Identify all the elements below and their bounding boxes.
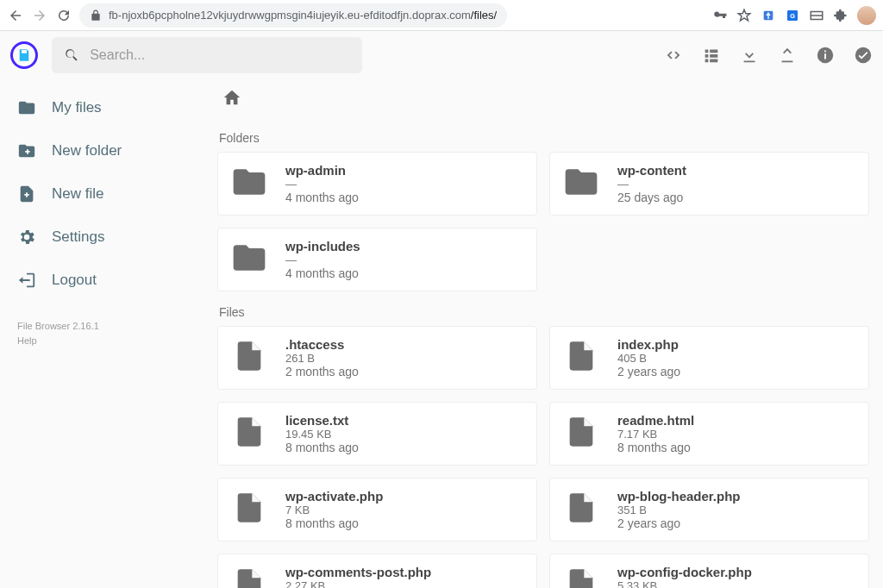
item-name: readme.html (617, 413, 694, 428)
sidebar-item-logout[interactable]: Logout (0, 259, 217, 302)
item-time: 8 months ago (617, 441, 694, 454)
item-name: license.txt (285, 413, 359, 428)
select-all-icon[interactable] (854, 46, 873, 65)
file-card[interactable]: index.php405 B2 years ago (549, 326, 869, 390)
sidebar-item-label: Settings (52, 228, 104, 246)
breadcrumb (217, 79, 869, 117)
item-name: wp-admin (285, 163, 359, 178)
folder-card[interactable]: wp-content—25 days ago (549, 152, 869, 216)
file-card[interactable]: wp-config-docker.php5.33 KB2 months ago (549, 554, 869, 588)
search-box[interactable] (52, 37, 362, 73)
app-header (0, 31, 883, 79)
view-list-icon[interactable] (702, 46, 721, 65)
item-time: 4 months ago (285, 266, 360, 280)
item-size: 351 B (617, 504, 741, 516)
toggle-shell-icon[interactable] (664, 46, 683, 65)
item-size: — (617, 178, 686, 191)
download-icon[interactable] (740, 46, 759, 65)
search-icon (64, 47, 79, 64)
item-size: 7 KB (285, 504, 383, 516)
forward-button[interactable] (31, 7, 48, 24)
folder-card[interactable]: wp-admin—4 months ago (217, 152, 537, 216)
item-size: 405 B (617, 352, 680, 365)
file-icon (230, 413, 268, 451)
extensions-icon[interactable] (833, 8, 849, 23)
app-version: File Browser 2.16.1 (17, 319, 200, 334)
url-bar[interactable]: fb-njoxb6pcpholne12vkjuydrwwgpmsgin4iuje… (79, 3, 507, 28)
file-icon (562, 565, 600, 588)
item-time: 8 months ago (285, 441, 359, 454)
item-time: 2 years ago (617, 365, 680, 378)
file-card[interactable]: wp-blog-header.php351 B2 years ago (549, 478, 869, 541)
reload-button[interactable] (55, 7, 72, 24)
svg-rect-4 (824, 53, 826, 59)
folder-icon (562, 163, 600, 201)
folders-header: Folders (217, 117, 869, 152)
lock-icon (90, 9, 102, 22)
folder-icon (230, 239, 268, 277)
svg-point-6 (855, 47, 871, 63)
star-icon[interactable] (736, 8, 752, 23)
upload-icon[interactable] (778, 46, 797, 65)
item-time: 25 days ago (617, 191, 686, 204)
sidebar-item-label: Logout (52, 272, 97, 289)
sidebar-item-newfile[interactable]: New file (0, 172, 217, 216)
item-size: 2.27 KB (285, 579, 431, 588)
item-time: 2 years ago (617, 516, 741, 530)
extension-icon-2[interactable]: G (785, 8, 800, 23)
file-icon (562, 337, 600, 375)
help-link[interactable]: Help (17, 334, 200, 348)
item-name: wp-blog-header.php (617, 489, 741, 504)
key-icon[interactable] (712, 8, 728, 23)
home-icon[interactable] (222, 88, 869, 107)
item-size: 5.33 KB (617, 579, 752, 588)
file-icon (230, 337, 268, 375)
file-icon (562, 413, 600, 451)
logout-icon (17, 271, 36, 290)
sidebar-footer: File Browser 2.16.1 Help (0, 302, 217, 365)
file-icon (230, 489, 268, 527)
sidebar-item-settings[interactable]: Settings (0, 216, 217, 259)
sidebar-item-label: My files (52, 99, 102, 116)
folder-icon (230, 163, 268, 201)
item-name: wp-includes (285, 239, 360, 253)
back-button[interactable] (7, 7, 24, 24)
file-card[interactable]: readme.html7.17 KB8 months ago (549, 402, 869, 466)
sidebar-item-myfiles[interactable]: My files (0, 86, 217, 129)
files-header: Files (217, 291, 869, 326)
browser-actions: G (712, 6, 876, 25)
item-name: wp-activate.php (285, 489, 383, 504)
file-card[interactable]: wp-comments-post.php2.27 KB7 months ago (217, 554, 537, 588)
new-folder-icon (17, 141, 36, 160)
item-time: 4 months ago (285, 191, 359, 204)
save-icon (16, 47, 32, 63)
item-size: — (285, 253, 360, 266)
folder-icon (17, 98, 36, 117)
item-name: wp-content (617, 163, 686, 178)
info-icon[interactable] (816, 46, 835, 65)
app-logo[interactable] (10, 41, 38, 69)
svg-rect-5 (824, 51, 826, 53)
file-card[interactable]: wp-activate.php7 KB8 months ago (217, 478, 537, 541)
sidebar-item-newfolder[interactable]: New folder (0, 129, 217, 172)
extension-icon-3[interactable] (809, 8, 824, 23)
file-icon (230, 565, 268, 588)
new-file-icon (17, 185, 36, 203)
extension-icon-1[interactable] (761, 8, 776, 23)
file-card[interactable]: license.txt19.45 KB8 months ago (217, 402, 537, 466)
file-card[interactable]: .htaccess261 B2 months ago (217, 326, 537, 390)
file-icon (562, 489, 600, 527)
settings-icon (17, 228, 36, 247)
item-name: index.php (617, 337, 680, 352)
search-input[interactable] (90, 47, 350, 63)
item-size: 261 B (285, 352, 359, 365)
item-time: 2 months ago (285, 365, 359, 378)
item-size: — (285, 178, 359, 191)
item-size: 19.45 KB (285, 428, 359, 441)
item-name: wp-config-docker.php (617, 565, 752, 579)
folder-card[interactable]: wp-includes—4 months ago (217, 228, 537, 291)
sidebar-item-label: New folder (52, 142, 122, 160)
profile-avatar[interactable] (857, 6, 876, 25)
item-time: 8 months ago (285, 516, 383, 530)
item-name: wp-comments-post.php (285, 565, 431, 579)
